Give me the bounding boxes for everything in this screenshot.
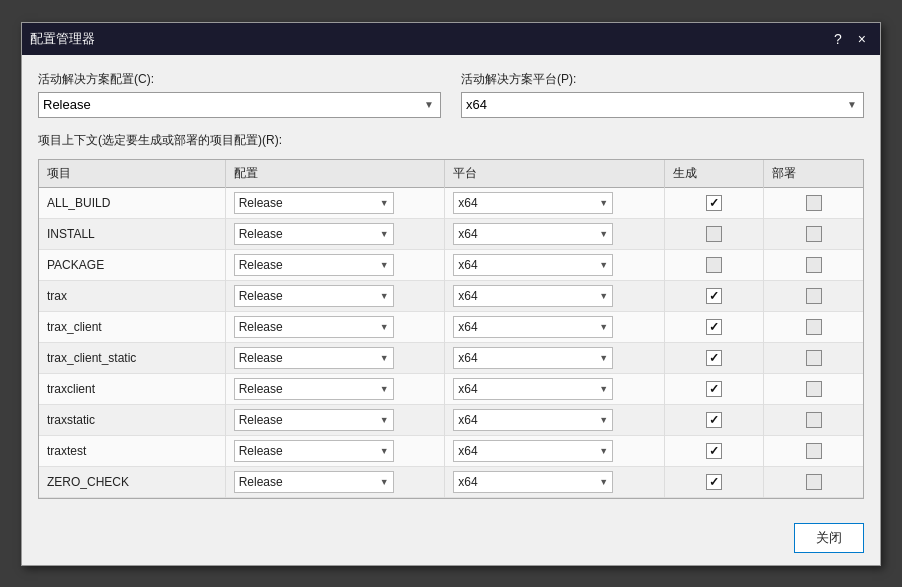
cell-deploy[interactable] xyxy=(764,373,863,404)
config-combo-text: Release xyxy=(239,289,380,303)
cell-config[interactable]: Release▼ xyxy=(225,187,445,218)
platform-combo[interactable]: x64▼ xyxy=(453,409,613,431)
platform-combo[interactable]: x64▼ xyxy=(453,285,613,307)
deploy-checkbox[interactable] xyxy=(806,226,822,242)
cell-platform[interactable]: x64▼ xyxy=(445,466,665,497)
config-combo-text: Release xyxy=(239,351,380,365)
cell-config[interactable]: Release▼ xyxy=(225,280,445,311)
deploy-checkbox[interactable] xyxy=(806,257,822,273)
cell-build[interactable] xyxy=(664,466,763,497)
build-checkbox[interactable] xyxy=(706,381,722,397)
config-combo-arrow: ▼ xyxy=(380,260,389,270)
cell-platform[interactable]: x64▼ xyxy=(445,187,665,218)
build-checkbox[interactable] xyxy=(706,474,722,490)
cell-deploy[interactable] xyxy=(764,218,863,249)
deploy-checkbox[interactable] xyxy=(806,443,822,459)
platform-combo[interactable]: x64▼ xyxy=(453,440,613,462)
cell-build[interactable] xyxy=(664,311,763,342)
active-config-combo[interactable]: Release ▼ xyxy=(38,92,441,118)
cell-config[interactable]: Release▼ xyxy=(225,342,445,373)
deploy-checkbox[interactable] xyxy=(806,474,822,490)
cell-build[interactable] xyxy=(664,435,763,466)
cell-build[interactable] xyxy=(664,218,763,249)
cell-build[interactable] xyxy=(664,404,763,435)
deploy-checkbox[interactable] xyxy=(806,350,822,366)
platform-combo[interactable]: x64▼ xyxy=(453,254,613,276)
active-platform-combo[interactable]: x64 ▼ xyxy=(461,92,864,118)
platform-combo[interactable]: x64▼ xyxy=(453,471,613,493)
cell-platform[interactable]: x64▼ xyxy=(445,311,665,342)
config-combo[interactable]: Release▼ xyxy=(234,192,394,214)
cell-deploy[interactable] xyxy=(764,187,863,218)
config-combo[interactable]: Release▼ xyxy=(234,254,394,276)
close-button[interactable]: 关闭 xyxy=(794,523,864,553)
table-header-row: 项目 配置 平台 生成 部署 xyxy=(39,160,863,188)
platform-combo-text: x64 xyxy=(458,196,599,210)
deploy-checkbox-cell xyxy=(772,319,855,335)
cell-config[interactable]: Release▼ xyxy=(225,218,445,249)
build-checkbox[interactable] xyxy=(706,350,722,366)
config-combo[interactable]: Release▼ xyxy=(234,440,394,462)
platform-combo[interactable]: x64▼ xyxy=(453,223,613,245)
cell-deploy[interactable] xyxy=(764,249,863,280)
cell-platform[interactable]: x64▼ xyxy=(445,249,665,280)
cell-project: PACKAGE xyxy=(39,249,225,280)
config-combo-text: Release xyxy=(239,413,380,427)
active-platform-value: x64 xyxy=(466,97,845,112)
cell-platform[interactable]: x64▼ xyxy=(445,342,665,373)
config-combo[interactable]: Release▼ xyxy=(234,409,394,431)
cell-config[interactable]: Release▼ xyxy=(225,249,445,280)
cell-config[interactable]: Release▼ xyxy=(225,466,445,497)
deploy-checkbox-cell xyxy=(772,381,855,397)
config-combo[interactable]: Release▼ xyxy=(234,316,394,338)
build-checkbox[interactable] xyxy=(706,226,722,242)
platform-combo[interactable]: x64▼ xyxy=(453,347,613,369)
build-checkbox[interactable] xyxy=(706,319,722,335)
cell-deploy[interactable] xyxy=(764,466,863,497)
help-button[interactable]: ? xyxy=(828,30,848,48)
deploy-checkbox[interactable] xyxy=(806,195,822,211)
platform-combo-arrow: ▼ xyxy=(599,415,608,425)
cell-deploy[interactable] xyxy=(764,342,863,373)
config-combo[interactable]: Release▼ xyxy=(234,471,394,493)
deploy-checkbox-cell xyxy=(772,288,855,304)
build-checkbox[interactable] xyxy=(706,257,722,273)
config-combo[interactable]: Release▼ xyxy=(234,223,394,245)
cell-deploy[interactable] xyxy=(764,280,863,311)
deploy-checkbox[interactable] xyxy=(806,381,822,397)
cell-platform[interactable]: x64▼ xyxy=(445,373,665,404)
close-title-button[interactable]: × xyxy=(852,30,872,48)
config-combo[interactable]: Release▼ xyxy=(234,347,394,369)
build-checkbox[interactable] xyxy=(706,443,722,459)
platform-combo[interactable]: x64▼ xyxy=(453,316,613,338)
cell-config[interactable]: Release▼ xyxy=(225,373,445,404)
header-project: 项目 xyxy=(39,160,225,188)
cell-config[interactable]: Release▼ xyxy=(225,435,445,466)
build-checkbox[interactable] xyxy=(706,195,722,211)
cell-config[interactable]: Release▼ xyxy=(225,404,445,435)
cell-deploy[interactable] xyxy=(764,311,863,342)
cell-build[interactable] xyxy=(664,187,763,218)
platform-combo[interactable]: x64▼ xyxy=(453,192,613,214)
config-combo[interactable]: Release▼ xyxy=(234,285,394,307)
platform-combo[interactable]: x64▼ xyxy=(453,378,613,400)
cell-build[interactable] xyxy=(664,249,763,280)
cell-build[interactable] xyxy=(664,342,763,373)
cell-build[interactable] xyxy=(664,280,763,311)
deploy-checkbox[interactable] xyxy=(806,288,822,304)
cell-platform[interactable]: x64▼ xyxy=(445,435,665,466)
cell-platform[interactable]: x64▼ xyxy=(445,280,665,311)
cell-deploy[interactable] xyxy=(764,435,863,466)
cell-platform[interactable]: x64▼ xyxy=(445,218,665,249)
cell-platform[interactable]: x64▼ xyxy=(445,404,665,435)
cell-config[interactable]: Release▼ xyxy=(225,311,445,342)
build-checkbox[interactable] xyxy=(706,288,722,304)
deploy-checkbox[interactable] xyxy=(806,319,822,335)
cell-build[interactable] xyxy=(664,373,763,404)
section-label: 项目上下文(选定要生成或部署的项目配置)(R): xyxy=(38,132,864,149)
build-checkbox[interactable] xyxy=(706,412,722,428)
config-combo[interactable]: Release▼ xyxy=(234,378,394,400)
deploy-checkbox[interactable] xyxy=(806,412,822,428)
cell-deploy[interactable] xyxy=(764,404,863,435)
build-checkbox-cell xyxy=(673,381,755,397)
